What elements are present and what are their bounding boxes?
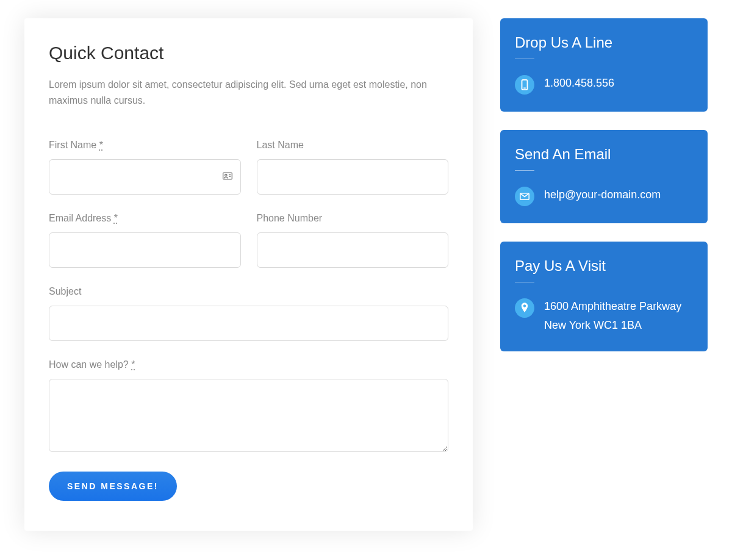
svg-point-1: [224, 174, 226, 176]
contact-card-icon: [223, 171, 232, 182]
form-column: Quick Contact Lorem ipsum dolor sit amet…: [24, 18, 473, 542]
info-card-address: Pay Us A Visit 1600 Amphitheatre Parkway…: [500, 242, 708, 351]
info-title-phone: Drop Us A Line: [515, 34, 693, 51]
form-title: Quick Contact: [49, 43, 448, 63]
label-email: Email Address *: [49, 213, 241, 224]
required-mark: *: [131, 359, 135, 370]
send-message-button[interactable]: SEND MESSAGE!: [49, 472, 177, 501]
phone-input[interactable]: [257, 232, 449, 268]
sidebar: Drop Us A Line 1.800.458.556 Send An Ema…: [500, 18, 708, 542]
row-subject: Subject: [49, 286, 448, 341]
group-message: How can we help? *: [49, 359, 448, 452]
subject-input[interactable]: [49, 306, 448, 341]
info-title-email: Send An Email: [515, 146, 693, 163]
pin-icon: [515, 298, 534, 318]
info-text-email: help@your-domain.com: [544, 185, 661, 204]
label-last-name: Last Name: [257, 140, 449, 151]
row-message: How can we help? *: [49, 359, 448, 452]
info-row: 1.800.458.556: [515, 74, 693, 95]
info-text-phone: 1.800.458.556: [544, 74, 614, 93]
required-mark: *: [99, 140, 103, 150]
divider: [515, 59, 534, 59]
group-last-name: Last Name: [257, 140, 449, 195]
group-subject: Subject: [49, 286, 448, 341]
info-card-phone: Drop Us A Line 1.800.458.556: [500, 18, 708, 112]
info-card-email: Send An Email help@your-domain.com: [500, 130, 708, 223]
last-name-input[interactable]: [257, 159, 449, 195]
mobile-icon: [515, 75, 534, 95]
label-subject: Subject: [49, 286, 448, 297]
email-input[interactable]: [49, 232, 241, 268]
info-text-address: 1600 Amphitheatre Parkway New York WC1 1…: [544, 297, 693, 334]
group-email: Email Address *: [49, 213, 241, 268]
required-mark: *: [114, 213, 118, 223]
envelope-icon: [515, 187, 534, 206]
form-description: Lorem ipsum dolor sit amet, consectetur …: [49, 77, 448, 108]
info-row: help@your-domain.com: [515, 185, 693, 206]
row-contact: Email Address * Phone Number: [49, 213, 448, 268]
group-phone: Phone Number: [257, 213, 449, 268]
info-title-address: Pay Us A Visit: [515, 257, 693, 275]
label-message: How can we help? *: [49, 359, 448, 370]
info-row: 1600 Amphitheatre Parkway New York WC1 1…: [515, 297, 693, 334]
divider: [515, 170, 534, 171]
contact-card: Quick Contact Lorem ipsum dolor sit amet…: [24, 18, 473, 531]
first-name-input[interactable]: [49, 159, 241, 195]
label-phone: Phone Number: [257, 213, 449, 224]
label-first-name: First Name *: [49, 140, 241, 151]
divider: [515, 282, 534, 282]
row-name: First Name * Last: [49, 140, 448, 195]
group-first-name: First Name *: [49, 140, 241, 195]
message-textarea[interactable]: [49, 379, 448, 452]
